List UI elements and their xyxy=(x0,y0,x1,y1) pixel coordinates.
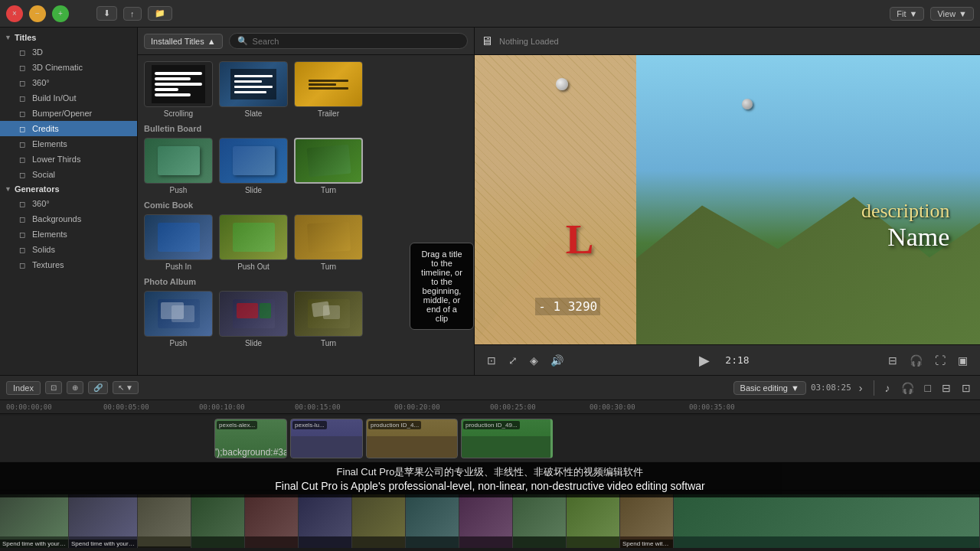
link-button[interactable]: 🔗 xyxy=(88,381,108,394)
thumb-turn[interactable]: Turn xyxy=(294,138,363,194)
ruler-tick-15: 00:00:15:00 xyxy=(295,403,341,411)
strip-item-5[interactable] xyxy=(299,494,352,548)
thumb-slate-img xyxy=(219,61,288,107)
clip-4[interactable]: production ID_49... xyxy=(461,419,553,458)
import-icon: ⬇ xyxy=(103,8,110,18)
sidebar-item-3d[interactable]: ◻ 3D xyxy=(0,44,137,60)
fit-button[interactable]: Fit ▼ xyxy=(890,7,924,21)
effects-button[interactable]: ◈ xyxy=(527,353,541,368)
transform-button[interactable]: ⤢ xyxy=(505,353,521,368)
sidebar-titles-header[interactable]: ▼ Titles xyxy=(0,31,137,44)
comic-thumbnails: Push In Push Out Turn xyxy=(144,214,468,271)
sidebar-item-elements[interactable]: ◻ Elements xyxy=(0,136,137,152)
timecode-display: 2:18 xyxy=(725,354,749,366)
audio-button[interactable]: 🔊 xyxy=(547,353,567,368)
thumb-scrolling[interactable]: Scrolling xyxy=(144,61,213,118)
sidebar-generators-header[interactable]: ▼ Generators xyxy=(0,182,137,196)
strip-item-1[interactable]: Spend time with yourself_1 xyxy=(69,494,138,548)
photo-album-label: Photo Album xyxy=(144,277,468,286)
fullscreen-button[interactable]: ⛶ xyxy=(932,353,949,368)
clip-appearance-button[interactable]: ⊡ xyxy=(45,381,62,394)
clip-button[interactable]: ▣ xyxy=(955,353,971,368)
strip-item-9[interactable] xyxy=(513,494,567,548)
sidebar-item-360[interactable]: ◻ 360° xyxy=(0,75,137,90)
timeline-total-time: 03:08:25 xyxy=(811,383,851,393)
select-button[interactable]: ↖ ▼ xyxy=(113,381,139,394)
video-skimmer-button[interactable]: □ xyxy=(922,380,934,396)
search-input[interactable] xyxy=(253,37,459,46)
solids-icon: ◻ xyxy=(17,244,28,255)
thumb-photo-slide[interactable]: Slide xyxy=(219,291,288,347)
clip-3[interactable]: production ID_4... xyxy=(366,419,458,458)
comic-book-label: Comic Book xyxy=(144,201,468,210)
strip-item-4[interactable] xyxy=(245,494,299,548)
thumb-turn2[interactable]: Turn xyxy=(294,214,363,271)
thumb-push-in[interactable]: Push In xyxy=(144,214,213,271)
audio-skimmer-button[interactable]: ⊟ xyxy=(939,380,954,396)
sidebar-item-backgrounds[interactable]: ◻ Backgrounds xyxy=(0,211,137,227)
sidebar-item-gen-elements[interactable]: ◻ Elements xyxy=(0,227,137,242)
thumb-photo-push[interactable]: Push xyxy=(144,291,213,347)
thumb-push-out[interactable]: Push Out xyxy=(219,214,288,271)
strip-item-6[interactable] xyxy=(352,494,406,548)
timeline-forward-button[interactable]: › xyxy=(856,380,866,396)
sidebar-item-3d-cinematic-label: 3D Cinematic xyxy=(32,63,83,72)
sidebar-item-solids[interactable]: ◻ Solids xyxy=(0,242,137,257)
installed-titles-dropdown[interactable]: Installed Titles ▲ xyxy=(144,34,223,49)
sidebar-item-gen-360[interactable]: ◻ 360° xyxy=(0,196,137,211)
sidebar: ▼ Titles ◻ 3D ◻ 3D Cinematic ◻ 360° ◻ Bu… xyxy=(0,28,138,375)
strip-label-0: Spend time with yourself_1 xyxy=(0,540,68,548)
strip-item-rest xyxy=(674,494,980,548)
close-button[interactable]: × xyxy=(6,5,23,22)
main-area: ▼ Titles ◻ 3D ◻ 3D Cinematic ◻ 360° ◻ Bu… xyxy=(0,28,980,375)
snapping-button[interactable]: ⊡ xyxy=(959,380,974,396)
360-icon: ◻ xyxy=(17,77,28,88)
thumb-push-img xyxy=(144,138,213,184)
strip-item-11[interactable]: Spend time with yourself_1 xyxy=(620,494,674,548)
strip-item-3[interactable] xyxy=(191,494,245,548)
thumb-slide-img xyxy=(219,138,288,184)
minimize-button[interactable]: − xyxy=(29,5,46,22)
strip-item-8[interactable] xyxy=(459,494,513,548)
strip-item-0[interactable]: Spend time with yourself_1 xyxy=(0,494,69,548)
clip-2[interactable]: pexels-lu... xyxy=(290,419,363,458)
crop-button[interactable]: ⊡ xyxy=(484,353,499,368)
audio-meter-button[interactable]: ⊟ xyxy=(885,353,900,368)
basic-editing-button[interactable]: Basic editing ▼ xyxy=(733,381,806,395)
audio-solo-button[interactable]: ♪ xyxy=(882,380,893,396)
timeline-clips: pexels-alex... ');background:#3a5a3a;"> … xyxy=(214,419,553,458)
clip-1[interactable]: pexels-alex... ');background:#3a5a3a;"> xyxy=(214,419,287,458)
index-button[interactable]: Index xyxy=(6,381,41,395)
thumb-trailer[interactable]: Trailer xyxy=(294,61,363,118)
library-button[interactable]: 📁 xyxy=(148,6,172,21)
thumb-push-label: Push xyxy=(170,186,188,194)
sidebar-item-3d-cinematic[interactable]: ◻ 3D Cinematic xyxy=(0,60,137,75)
strip-item-2[interactable] xyxy=(138,494,191,548)
thumb-photo-turn[interactable]: Turn xyxy=(294,291,363,347)
preview-controls: ⊡ ⤢ ◈ 🔊 ▶ 2:18 ⊟ 🎧 ⛶ ▣ xyxy=(475,344,980,375)
sidebar-item-textures-label: Textures xyxy=(32,260,64,269)
sidebar-item-bumper-opener[interactable]: ◻ Bumper/Opener xyxy=(0,106,137,121)
backgrounds-icon: ◻ xyxy=(17,214,28,224)
sidebar-item-lower-thirds-label: Lower Thirds xyxy=(32,155,80,164)
play-button[interactable]: ▶ xyxy=(696,350,713,370)
strip-item-7[interactable] xyxy=(406,494,459,548)
nothing-loaded-label: Nothing Loaded xyxy=(499,37,559,46)
headphones-button[interactable]: 🎧 xyxy=(906,353,926,368)
zoom-button[interactable]: ⊕ xyxy=(67,381,83,394)
sidebar-item-lower-thirds[interactable]: ◻ Lower Thirds xyxy=(0,152,137,167)
import-button[interactable]: ⬇ xyxy=(96,6,117,21)
thumb-slate[interactable]: Slate xyxy=(219,61,288,118)
sidebar-item-social[interactable]: ◻ Social xyxy=(0,167,137,182)
thumb-slide[interactable]: Slide xyxy=(219,138,288,194)
view-button[interactable]: View ▼ xyxy=(930,7,974,21)
audio-mute-button[interactable]: 🎧 xyxy=(898,380,917,396)
sidebar-item-build-in-out[interactable]: ◻ Build In/Out xyxy=(0,90,137,106)
maximize-button[interactable]: + xyxy=(52,5,69,22)
sidebar-item-credits[interactable]: ◻ Credits xyxy=(0,121,137,136)
thumb-push[interactable]: Push xyxy=(144,138,213,194)
strip-item-10[interactable] xyxy=(567,494,620,548)
share-button[interactable]: ↑ xyxy=(123,7,142,21)
subtitle-english: Final Cut Pro is Apple's professional-le… xyxy=(15,479,965,494)
sidebar-item-textures[interactable]: ◻ Textures xyxy=(0,257,137,272)
